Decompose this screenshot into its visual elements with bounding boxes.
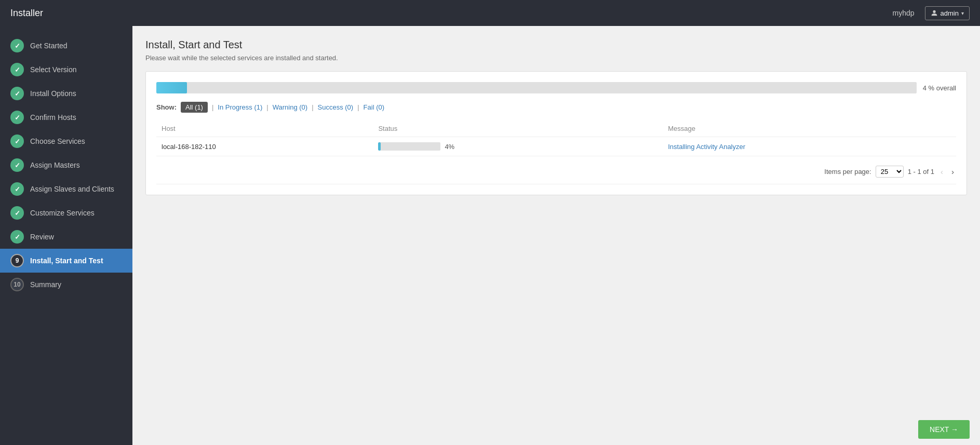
sidebar-label-select-version: Select Version xyxy=(30,65,77,74)
top-nav: Installer myhdp admin ▾ xyxy=(0,0,980,26)
filter-warning-link[interactable]: Warning (0) xyxy=(273,103,307,111)
bottom-bar: NEXT → xyxy=(908,414,980,445)
top-nav-right: myhdp admin ▾ xyxy=(893,6,970,20)
host-name: local-168-182-110 xyxy=(156,137,373,156)
per-page-select[interactable]: 25 50 100 xyxy=(876,166,904,178)
main-card: 4 % overall Show: All (1) | In Progress … xyxy=(145,71,967,195)
step-circle-4: ✓ xyxy=(10,111,24,124)
sidebar-label-summary: Summary xyxy=(30,280,61,289)
sidebar-item-install-options[interactable]: ✓ Install Options xyxy=(0,82,132,105)
col-status: Status xyxy=(373,120,663,137)
step-circle-7: ✓ xyxy=(10,182,24,196)
sidebar-label-install-start-test: Install, Start and Test xyxy=(30,257,103,265)
host-message: Installing Activity Analyzer xyxy=(663,137,956,156)
step-circle-6: ✓ xyxy=(10,158,24,172)
overall-progress-bar-bg xyxy=(156,82,917,93)
sidebar-label-install-options: Install Options xyxy=(30,89,76,98)
sidebar-label-assign-slaves: Assign Slaves and Clients xyxy=(30,185,114,193)
sidebar-item-summary[interactable]: 10 Summary xyxy=(0,273,132,296)
col-message: Message xyxy=(663,120,956,137)
sidebar-label-confirm-hosts: Confirm Hosts xyxy=(30,113,76,122)
page-subtitle: Please wait while the selected services … xyxy=(145,54,967,62)
admin-button[interactable]: admin ▾ xyxy=(925,6,970,20)
row-progress-fill xyxy=(378,142,381,151)
row-progress-bg xyxy=(378,142,440,151)
main-layout: ✓ Get Started ✓ Select Version ✓ Install… xyxy=(0,26,980,445)
overall-progress-row: 4 % overall xyxy=(156,82,956,93)
step-circle-3: ✓ xyxy=(10,87,24,100)
filter-in-progress-link[interactable]: In Progress (1) xyxy=(218,103,262,111)
items-per-page-label: Items per page: xyxy=(824,168,871,176)
filter-sep-2: | xyxy=(266,103,268,111)
sidebar-item-get-started[interactable]: ✓ Get Started xyxy=(0,34,132,58)
sidebar: ✓ Get Started ✓ Select Version ✓ Install… xyxy=(0,26,132,445)
filter-row: Show: All (1) | In Progress (1) | Warnin… xyxy=(156,102,956,113)
filter-sep-3: | xyxy=(312,103,313,111)
step-circle-9: 9 xyxy=(10,254,24,267)
row-progress-pct: 4% xyxy=(445,143,454,151)
filter-sep-4: | xyxy=(357,103,359,111)
page-range-label: 1 - 1 of 1 xyxy=(908,168,934,176)
sidebar-label-review: Review xyxy=(30,233,54,241)
step-circle-5: ✓ xyxy=(10,134,24,148)
overall-progress-bar-fill xyxy=(156,82,187,93)
step-circle-review: ✓ xyxy=(10,230,24,244)
pagination-row: Items per page: 25 50 100 1 - 1 of 1 ‹ › xyxy=(156,161,956,178)
app-title: Installer xyxy=(10,8,43,19)
sidebar-item-assign-slaves[interactable]: ✓ Assign Slaves and Clients xyxy=(0,177,132,201)
host-status: 4% xyxy=(373,137,663,156)
sidebar-item-choose-services[interactable]: ✓ Choose Services xyxy=(0,129,132,153)
sidebar-label-assign-masters: Assign Masters xyxy=(30,161,80,169)
hosts-table: Host Status Message local-168-182-110 xyxy=(156,120,956,156)
row-progress-wrap: 4% xyxy=(378,142,657,151)
sidebar-item-select-version[interactable]: ✓ Select Version xyxy=(0,58,132,82)
sidebar-item-install-start-test[interactable]: 9 Install, Start and Test xyxy=(0,249,132,273)
sidebar-item-review[interactable]: ✓ Review xyxy=(0,225,132,249)
step-circle-10: 10 xyxy=(10,278,24,291)
user-icon xyxy=(931,9,938,17)
sidebar-item-customize-services[interactable]: ✓ Customize Services xyxy=(0,201,132,225)
next-button[interactable]: NEXT → xyxy=(918,420,970,439)
page-title: Install, Start and Test xyxy=(145,39,967,51)
sidebar-label-customize-services: Customize Services xyxy=(30,209,95,217)
sidebar-label-get-started: Get Started xyxy=(30,42,68,50)
myhdp-label: myhdp xyxy=(893,9,915,17)
card-divider xyxy=(156,184,956,184)
dropdown-caret: ▾ xyxy=(961,10,964,16)
step-circle-1: ✓ xyxy=(10,39,24,52)
message-link[interactable]: Installing Activity Analyzer xyxy=(668,143,745,151)
table-row: local-168-182-110 4% Installing Activity… xyxy=(156,137,956,156)
col-host: Host xyxy=(156,120,373,137)
prev-page-button[interactable]: ‹ xyxy=(938,166,945,177)
sidebar-item-assign-masters[interactable]: ✓ Assign Masters xyxy=(0,153,132,177)
content-area: Install, Start and Test Please wait whil… xyxy=(132,26,980,445)
step-circle-2: ✓ xyxy=(10,63,24,76)
filter-fail-link[interactable]: Fail (0) xyxy=(364,103,384,111)
show-label: Show: xyxy=(156,103,177,111)
filter-sep-1: | xyxy=(212,103,213,111)
sidebar-item-confirm-hosts[interactable]: ✓ Confirm Hosts xyxy=(0,105,132,129)
admin-label: admin xyxy=(941,9,959,17)
overall-progress-label: 4 % overall xyxy=(923,84,956,92)
next-page-button[interactable]: › xyxy=(949,166,956,177)
sidebar-label-choose-services: Choose Services xyxy=(30,137,85,145)
filter-all-button[interactable]: All (1) xyxy=(181,102,208,113)
filter-success-link[interactable]: Success (0) xyxy=(318,103,354,111)
step-circle-8: ✓ xyxy=(10,206,24,220)
